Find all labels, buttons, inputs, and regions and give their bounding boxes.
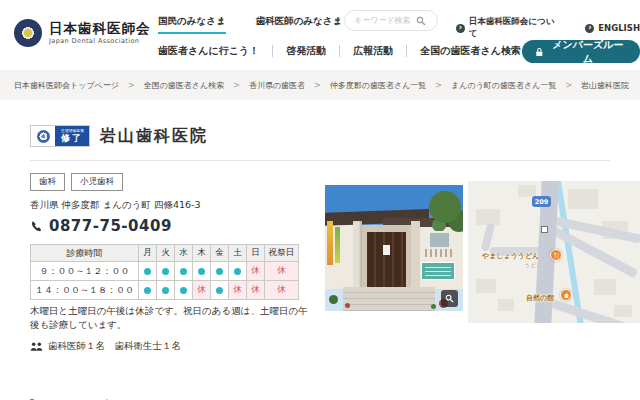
attraction-marker-icon[interactable] — [560, 289, 572, 301]
utility-link-0[interactable]: ›日本歯科医師会について — [456, 16, 561, 40]
phone-icon — [30, 220, 43, 233]
badge-completed-label: 修了 — [61, 134, 83, 143]
schedule-body: ９：００～１２：００休休１４：００～１８：００休休休休 — [31, 262, 299, 300]
utility-link-1[interactable]: ›ENGLISH — [585, 16, 640, 40]
nav-main-item-1[interactable]: 啓発活動 — [286, 44, 326, 58]
clinic-title-row: 生涯研修事業 修了 岩山歯科医院 — [30, 125, 610, 161]
search-box[interactable] — [344, 10, 438, 31]
breadcrumb-item[interactable]: まんのう町の歯医者さん一覧 — [451, 80, 556, 91]
schedule-header-cell: 火 — [157, 245, 175, 262]
phone-number[interactable]: 0877-75-0409 — [49, 217, 172, 235]
nav-main: 歯医者さんに行こう！啓発活動広報活動全国の歯医者さん検索 — [158, 44, 521, 58]
schedule-note: 木曜日と土曜日の午後は休診です。祝日のある週は、土曜日の午後も診療しています。 — [30, 304, 317, 333]
breadcrumb-item[interactable]: 岩山歯科医院 — [581, 80, 629, 91]
schedule-row: １４：００～１８：００休休休休 — [31, 281, 299, 300]
open-dot-icon — [144, 287, 151, 294]
breadcrumb-item[interactable]: 日本歯科医師会トップページ — [14, 80, 119, 91]
restaurant-marker-icon[interactable] — [550, 249, 562, 261]
breadcrumb-separator: > — [435, 81, 442, 90]
map-building — [594, 279, 616, 295]
open-dot-icon — [216, 268, 223, 275]
members-room-button[interactable]: メンバーズルーム — [522, 40, 640, 63]
photo-banner-flag — [327, 221, 333, 265]
schedule-header-cell: 月 — [139, 245, 157, 262]
open-dot-icon — [144, 268, 151, 275]
schedule-header-cell: 水 — [175, 245, 193, 262]
fork-knife-icon — [553, 252, 560, 259]
nav-top: 国民のみなさま歯科医師のみなさま — [158, 15, 342, 34]
open-dot-icon — [198, 268, 205, 275]
photo-plants — [329, 295, 338, 304]
utility-links: ›日本歯科医師会について›ENGLISH — [456, 16, 640, 40]
poi-sublabel: うどん — [524, 261, 542, 270]
breadcrumb-separator: > — [128, 81, 135, 90]
schedule-closed-cell: 休 — [265, 262, 299, 281]
site-logo[interactable]: 日本歯科医師会 Japan Dental Association — [14, 19, 151, 47]
photo-banner-flag — [335, 227, 340, 263]
schedule-header-row: 診療時間月火水木金土日祝祭日 — [31, 245, 299, 262]
certification-badge: 生涯研修事業 修了 — [30, 125, 90, 147]
breadcrumb-item[interactable]: 全国の歯医者さん検索 — [144, 80, 225, 91]
nav-top-tab-0[interactable]: 国民のみなさま — [158, 15, 226, 34]
breadcrumb-separator: > — [565, 81, 572, 90]
schedule-time-cell: １４：００～１８：００ — [31, 281, 139, 300]
open-dot-icon — [180, 268, 187, 275]
breadcrumb-item[interactable]: 香川県の歯医者 — [249, 80, 305, 91]
schedule-time-cell: ９：００～１２：００ — [31, 262, 139, 281]
map-building — [614, 305, 632, 317]
breadcrumb: 日本歯科医師会トップページ>全国の歯医者さん検索>香川県の歯医者>仲多度郡の歯医… — [0, 70, 640, 100]
clinic-detail: 歯科小児歯科 香川県 仲多度郡 まんのう町 四條416-3 0877-75-04… — [30, 173, 640, 385]
photo-window — [428, 231, 451, 249]
clinic-tag: 歯科 — [30, 173, 65, 191]
map-building — [476, 279, 496, 293]
schedule-header-cell: 日 — [247, 245, 265, 262]
badge-emblem-icon — [37, 130, 50, 143]
open-dot-icon — [234, 268, 241, 275]
logo-subtitle: Japan Dental Association — [49, 37, 151, 45]
schedule-closed-cell: 休 — [247, 262, 265, 281]
nav-main-item-2[interactable]: 広報活動 — [353, 44, 393, 58]
map-stop-marker — [541, 226, 548, 233]
photo-door-sign — [383, 245, 390, 255]
nav-divider — [272, 45, 273, 57]
house-icon — [563, 292, 570, 299]
breadcrumb-item[interactable]: 仲多度郡の歯医者さん一覧 — [330, 80, 427, 91]
logo-title: 日本歯科医師会 — [49, 21, 151, 36]
schedule-closed-cell: 休 — [247, 281, 265, 300]
photo-railing — [425, 249, 455, 257]
schedule-open-cell — [157, 281, 175, 300]
open-dot-icon — [162, 268, 169, 275]
location-map[interactable]: 209 やましょううどん うどん 自然の館 — [468, 181, 640, 323]
route-209-shield: 209 — [532, 196, 551, 207]
schedule-closed-cell: 休 — [229, 281, 247, 300]
schedule-open-cell — [157, 262, 175, 281]
clinic-photo[interactable] — [325, 185, 463, 311]
photo-porch-column — [353, 221, 362, 289]
poi-label: やましょううどん — [482, 251, 539, 261]
nav-main-item-0[interactable]: 歯医者さんに行こう！ — [158, 44, 259, 58]
nav-main-item-3[interactable]: 全国の歯医者さん検索 — [420, 44, 521, 58]
map-building — [498, 299, 514, 311]
schedule-closed-cell: 休 — [265, 281, 299, 300]
schedule-open-cell — [193, 262, 211, 281]
schedule-header-cell: 診療時間 — [31, 245, 139, 262]
page-title: 岩山歯科医院 — [100, 126, 208, 147]
search-input[interactable] — [352, 15, 416, 26]
schedule-open-cell — [229, 262, 247, 281]
search-icon[interactable] — [416, 16, 426, 26]
site-header: 日本歯科医師会 Japan Dental Association 国民のみなさま… — [0, 0, 640, 70]
schedule-open-cell — [139, 281, 157, 300]
schedule-open-cell — [175, 281, 193, 300]
schedule-header-cell: 木 — [193, 245, 211, 262]
schedule-open-cell — [175, 262, 193, 281]
open-dot-icon — [180, 287, 187, 294]
badge-emblem-panel — [31, 126, 55, 146]
photo-entrance-door — [367, 232, 406, 289]
nav-divider — [339, 45, 340, 57]
open-dot-icon — [216, 287, 223, 294]
schedule-header-cell: 金 — [211, 245, 229, 262]
staff-people-icon — [30, 342, 43, 351]
photo-porch-column — [411, 221, 420, 289]
nav-top-tab-1[interactable]: 歯科医師のみなさま — [256, 15, 343, 34]
photo-zoom-button[interactable] — [441, 290, 458, 307]
